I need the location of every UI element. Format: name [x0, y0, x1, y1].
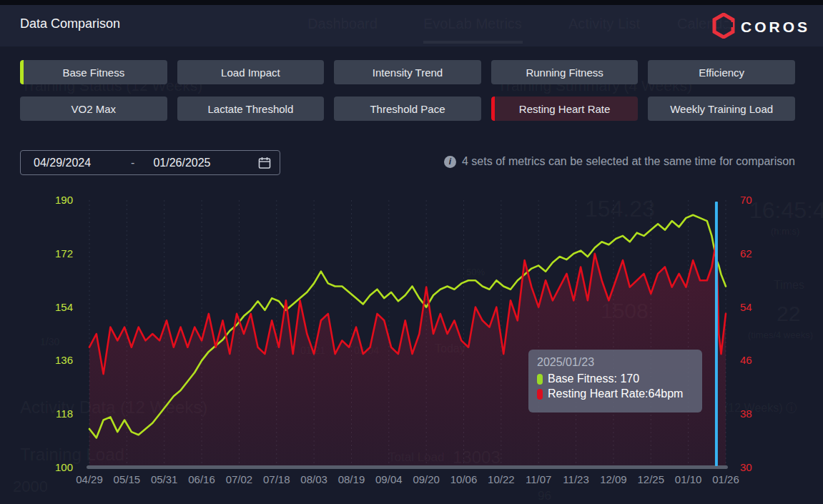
tooltip-row-text: Resting Heart Rate:64bpm	[548, 387, 683, 400]
x-axis-baseline	[87, 465, 728, 469]
base-fitness-marker	[537, 374, 543, 385]
tooltip-row-text: Base Fitness: 170	[548, 372, 639, 385]
tooltip-row: Resting Heart Rate:64bpm	[537, 387, 694, 400]
tooltip-row: Base Fitness: 170	[537, 372, 694, 385]
data-comparison-screen: DashboardEvoLab MetricsActivity ListCale…	[0, 0, 823, 504]
resting-heart-rate-marker	[537, 389, 543, 400]
page-title: Data Comparison	[20, 16, 120, 31]
coros-logo-icon	[712, 13, 735, 41]
tooltip-date: 2025/01/23	[537, 356, 694, 369]
comparison-chart-plot[interactable]	[0, 0, 823, 504]
coros-logo: COROS	[712, 13, 810, 41]
coros-wordmark: COROS	[741, 19, 810, 36]
hover-cursor-line	[715, 202, 718, 466]
chart-tooltip: 2025/01/23 Base Fitness: 170 Resting Hea…	[528, 350, 702, 412]
